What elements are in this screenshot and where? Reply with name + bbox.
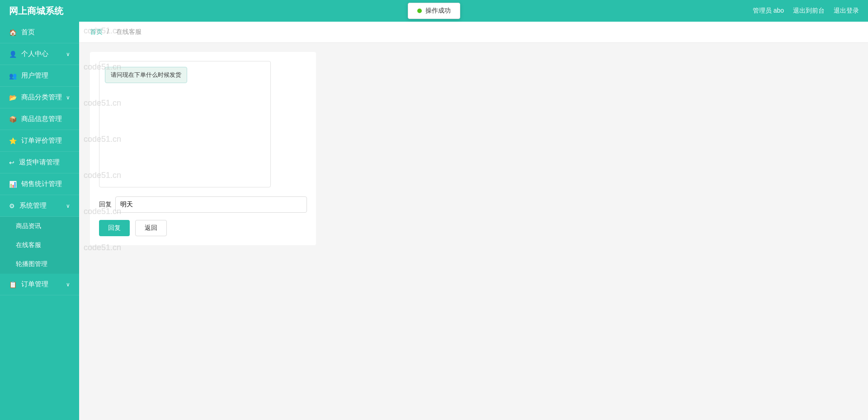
sidebar-label-system: 系统管理 bbox=[19, 201, 47, 210]
sidebar-item-news[interactable]: 商品资讯 bbox=[0, 217, 79, 236]
sidebar-item-product[interactable]: 📦 商品信息管理 bbox=[0, 108, 79, 130]
back-button[interactable]: 返回 bbox=[135, 220, 167, 236]
sidebar-item-review[interactable]: ⭐ 订单评价管理 bbox=[0, 130, 79, 152]
sidebar-label-product: 商品信息管理 bbox=[21, 115, 62, 123]
sidebar-label-news: 商品资讯 bbox=[16, 222, 41, 230]
message-bubble: 请问现在下单什么时候发货 bbox=[105, 67, 187, 83]
chevron-down-icon-3: ∨ bbox=[66, 203, 70, 209]
sidebar-label-user-mgmt: 用户管理 bbox=[21, 71, 48, 80]
sidebar-label-refund: 退货申请管理 bbox=[19, 158, 60, 167]
users-icon: 👥 bbox=[9, 72, 17, 79]
back-frontend-link[interactable]: 退出到前台 bbox=[793, 7, 825, 15]
person-icon: 👤 bbox=[9, 51, 17, 58]
reply-button[interactable]: 回复 bbox=[99, 220, 130, 236]
system-icon: ⚙ bbox=[9, 202, 15, 210]
orders-icon: 📋 bbox=[9, 281, 17, 288]
home-icon: 🏠 bbox=[9, 29, 17, 36]
chevron-down-icon: ∨ bbox=[66, 51, 70, 57]
sidebar-item-category[interactable]: 📂 商品分类管理 ∨ bbox=[0, 87, 79, 108]
sidebar-item-refund[interactable]: ↩ 退货申请管理 bbox=[0, 152, 79, 173]
toast-container: 操作成功 bbox=[408, 3, 460, 19]
admin-label: 管理员 abo bbox=[753, 7, 784, 15]
header: 网上商城系统 操作成功 管理员 abo 退出到前台 退出登录 bbox=[0, 0, 868, 22]
page-content: 请问现在下单什么时候发货 回复 回复 返回 bbox=[79, 43, 868, 254]
sidebar-label-personal: 个人中心 bbox=[21, 50, 48, 58]
chevron-down-icon-4: ∨ bbox=[66, 281, 70, 288]
sidebar-label-review: 订单评价管理 bbox=[21, 136, 62, 145]
sidebar-label-category: 商品分类管理 bbox=[21, 93, 62, 102]
sidebar-item-system[interactable]: ⚙ 系统管理 ∨ bbox=[0, 195, 79, 217]
sidebar-item-user-mgmt[interactable]: 👥 用户管理 bbox=[0, 65, 79, 87]
sidebar-label-sales: 销售统计管理 bbox=[21, 180, 62, 188]
reply-row: 回复 bbox=[99, 196, 307, 213]
header-right: 管理员 abo 退出到前台 退出登录 bbox=[753, 7, 859, 15]
breadcrumb: 首页 / 在线客服 bbox=[79, 22, 868, 43]
message-area[interactable]: 请问现在下单什么时候发货 bbox=[99, 61, 271, 187]
button-group: 回复 返回 bbox=[99, 220, 307, 236]
logout-link[interactable]: 退出登录 bbox=[834, 7, 859, 15]
main-content: 首页 / 在线客服 请问现在下单什么时候发货 回复 回复 返回 bbox=[79, 22, 868, 420]
sidebar-item-home[interactable]: 🏠 首页 bbox=[0, 22, 79, 43]
refund-icon: ↩ bbox=[9, 159, 14, 166]
toast-message: 操作成功 bbox=[425, 7, 451, 15]
sidebar-item-online-service[interactable]: 在线客服 bbox=[0, 236, 79, 255]
app-title: 网上商城系统 bbox=[9, 5, 63, 17]
sidebar-item-carousel[interactable]: 轮播图管理 bbox=[0, 255, 79, 274]
reply-input[interactable] bbox=[115, 196, 307, 213]
breadcrumb-home[interactable]: 首页 bbox=[90, 28, 103, 35]
sidebar-label-orders: 订单管理 bbox=[21, 280, 48, 289]
breadcrumb-separator: / bbox=[107, 28, 109, 35]
review-icon: ⭐ bbox=[9, 137, 17, 145]
message-text: 请问现在下单什么时候发货 bbox=[111, 71, 181, 78]
reply-label: 回复 bbox=[99, 201, 112, 209]
sidebar-item-personal[interactable]: 👤 个人中心 ∨ bbox=[0, 43, 79, 65]
chevron-down-icon-2: ∨ bbox=[66, 94, 70, 101]
sidebar-item-sales[interactable]: 📊 销售统计管理 bbox=[0, 173, 79, 195]
success-toast: 操作成功 bbox=[408, 3, 460, 19]
product-icon: 📦 bbox=[9, 116, 17, 123]
sidebar-item-orders[interactable]: 📋 订单管理 ∨ bbox=[0, 274, 79, 295]
success-icon bbox=[417, 9, 422, 13]
sidebar: 🏠 首页 👤 个人中心 ∨ 👥 用户管理 📂 商品分类管理 ∨ 📦 商品信息管理… bbox=[0, 22, 79, 420]
sidebar-label-online-service: 在线客服 bbox=[16, 241, 41, 249]
form-panel: 请问现在下单什么时候发货 回复 回复 返回 bbox=[90, 52, 316, 245]
breadcrumb-current: 在线客服 bbox=[116, 28, 142, 35]
sidebar-label-carousel: 轮播图管理 bbox=[16, 260, 47, 268]
sales-icon: 📊 bbox=[9, 181, 17, 188]
sidebar-label-home: 首页 bbox=[21, 28, 35, 37]
category-icon: 📂 bbox=[9, 94, 17, 101]
